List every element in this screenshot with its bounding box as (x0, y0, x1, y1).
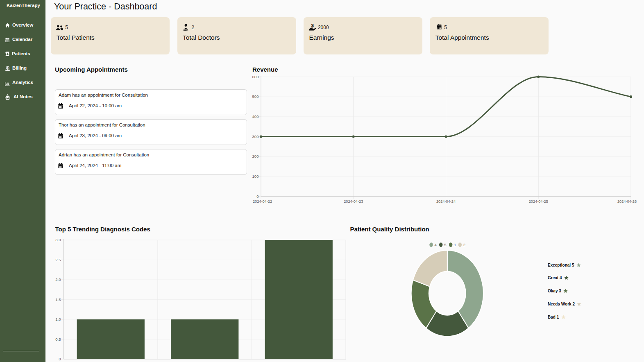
svg-text:0.5: 0.5 (55, 337, 61, 342)
svg-text:2: 2 (463, 242, 465, 247)
svg-text:600: 600 (252, 75, 259, 79)
svg-text:0: 0 (256, 194, 259, 199)
svg-text:2.5: 2.5 (55, 258, 61, 262)
svg-text:2.0: 2.0 (55, 277, 61, 282)
svg-text:3.0: 3.0 (55, 238, 61, 242)
svg-text:2024-04-24: 2024-04-24 (436, 199, 456, 204)
svg-text:2024-04-22: 2024-04-22 (253, 199, 272, 204)
svg-text:4: 4 (435, 242, 437, 247)
svg-text:200: 200 (252, 154, 259, 158)
svg-text:5: 5 (444, 242, 446, 247)
svg-text:1: 1 (454, 242, 456, 247)
svg-text:$: $ (311, 23, 314, 28)
svg-text:500: 500 (252, 94, 259, 99)
svg-text:$: $ (7, 66, 9, 69)
svg-text:0: 0 (59, 357, 61, 361)
svg-text:300: 300 (252, 134, 259, 139)
svg-text:2024-04-25: 2024-04-25 (529, 199, 548, 204)
svg-text:2024-04-26: 2024-04-26 (617, 199, 637, 204)
svg-text:2024-04-23: 2024-04-23 (344, 199, 363, 204)
svg-text:100: 100 (252, 174, 259, 179)
svg-text:1.5: 1.5 (55, 297, 61, 302)
svg-text:400: 400 (252, 114, 259, 119)
svg-text:1.0: 1.0 (55, 317, 61, 321)
